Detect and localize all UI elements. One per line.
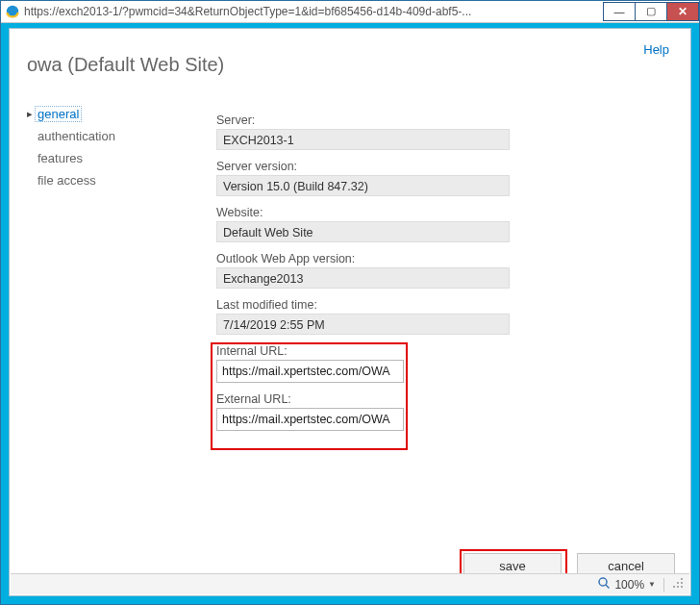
svg-point-7 <box>677 586 679 588</box>
last-modified-label: Last modified time: <box>216 298 524 312</box>
server-label: Server: <box>216 113 524 127</box>
nav-label: general <box>35 106 82 122</box>
svg-point-1 <box>599 578 607 586</box>
server-value: EXCH2013-1 <box>216 129 510 150</box>
owa-version-label: Outlook Web App version: <box>216 252 524 265</box>
website-label: Website: <box>216 206 524 219</box>
resize-grip-icon[interactable] <box>672 577 684 592</box>
address-bar-url[interactable]: https://exch2013-1/?pwmcid=34&ReturnObje… <box>24 5 604 18</box>
zoom-icon[interactable] <box>597 576 611 592</box>
svg-point-8 <box>673 586 675 588</box>
window-frame: https://exch2013-1/?pwmcid=34&ReturnObje… <box>0 0 700 605</box>
svg-point-5 <box>677 582 679 584</box>
nav-label: file access <box>35 172 99 189</box>
svg-point-4 <box>681 582 683 584</box>
internal-url-label: Internal URL: <box>216 344 524 358</box>
caret-right-icon: ▸ <box>25 108 35 120</box>
ie-icon <box>5 4 20 19</box>
internal-url-input[interactable] <box>216 360 404 383</box>
maximize-button[interactable]: ▢ <box>635 2 667 21</box>
nav-item-file-access[interactable]: file access <box>25 170 188 189</box>
svg-line-2 <box>606 585 610 589</box>
svg-point-6 <box>681 586 683 588</box>
general-form: Server: EXCH2013-1 Server version: Versi… <box>216 113 524 431</box>
nav-item-authentication[interactable]: authentication <box>25 126 188 145</box>
owa-version-value: Exchange2013 <box>216 267 510 289</box>
titlebar: https://exch2013-1/?pwmcid=34&ReturnObje… <box>1 1 699 23</box>
help-link[interactable]: Help <box>643 42 669 57</box>
nav-label: features <box>35 150 86 166</box>
page-body: Help owa (Default Web Site) ▸ general au… <box>9 28 691 596</box>
page-title: owa (Default Web Site) <box>27 54 224 76</box>
svg-point-3 <box>681 578 683 580</box>
zoom-level[interactable]: 100% <box>614 578 644 592</box>
server-version-value: Version 15.0 (Build 847.32) <box>216 175 510 196</box>
external-url-input[interactable] <box>216 408 404 431</box>
nav-item-general[interactable]: ▸ general <box>25 104 188 123</box>
external-url-label: External URL: <box>216 392 524 406</box>
nav-item-features[interactable]: features <box>25 148 188 167</box>
close-button[interactable]: ✕ <box>666 2 699 21</box>
website-value: Default Web Site <box>216 221 510 242</box>
status-bar: 100% ▼ <box>11 573 689 594</box>
chevron-down-icon[interactable]: ▼ <box>648 580 656 589</box>
left-nav: ▸ general authentication features file a… <box>25 104 188 192</box>
nav-label: authentication <box>35 128 118 144</box>
server-version-label: Server version: <box>216 160 524 173</box>
minimize-button[interactable]: — <box>603 2 636 21</box>
last-modified-value: 7/14/2019 2:55 PM <box>216 314 510 335</box>
window-controls: — ▢ ✕ <box>604 2 699 21</box>
